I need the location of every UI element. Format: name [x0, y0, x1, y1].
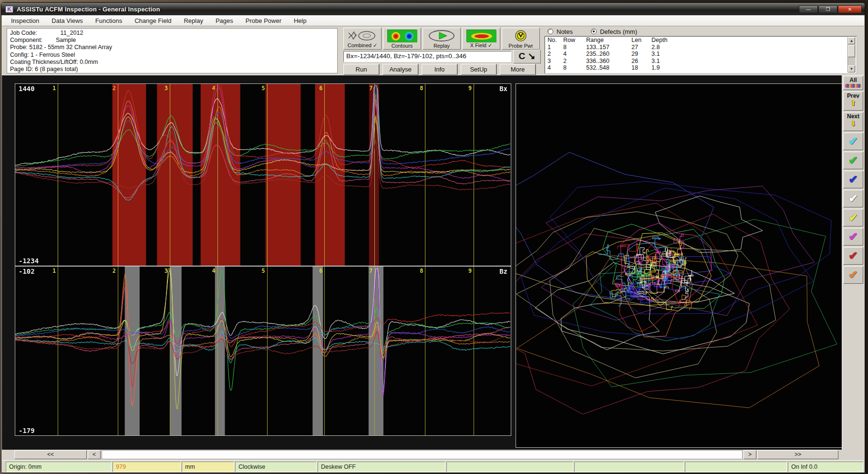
status-cell-clockwise: Clockwise	[235, 462, 317, 472]
all-channels-button[interactable]: All	[843, 76, 863, 90]
butterfly-plot[interactable]	[516, 83, 845, 448]
check-icon: ✔	[848, 135, 858, 147]
prev-button[interactable]: Prev ⬆	[843, 92, 863, 111]
radio-notes[interactable]: Notes	[548, 28, 573, 35]
table-cell: 1	[545, 44, 563, 51]
info-line: Job Code: 11_2012	[10, 30, 334, 37]
channel-toggle-7[interactable]: ✔	[843, 247, 863, 265]
rotate-clockwise-button[interactable]: C ↘	[513, 50, 541, 63]
scroll-far-right-button[interactable]: >>	[757, 450, 838, 459]
table-cell: 3	[545, 58, 563, 65]
status-cell-empty	[574, 462, 684, 472]
replay-icon	[427, 30, 456, 42]
bz-strip-chart[interactable]: -102 -179 Bz	[15, 266, 511, 436]
check-icon: ✔	[848, 249, 858, 262]
channel-toggle-2[interactable]: ✔	[843, 152, 863, 169]
menu-data-views[interactable]: Data Views	[45, 16, 89, 26]
horizontal-scroll-row: << < > >>	[2, 450, 864, 460]
next-button[interactable]: Next ⬇	[843, 112, 863, 131]
tool-label: X Field ✓	[470, 42, 493, 49]
column-header: Depth	[651, 37, 680, 44]
channel-toggle-3[interactable]: ✔	[843, 171, 863, 188]
status-cell-deskew-off: Deskew OFF	[318, 462, 445, 472]
channel-toggle-4[interactable]: ✔	[843, 190, 863, 207]
tool-label: Replay	[434, 43, 450, 49]
more-button[interactable]: More	[500, 64, 536, 75]
minimize-button[interactable]: —	[799, 5, 818, 13]
bz-ymin-label: -179	[19, 427, 35, 434]
maximize-button[interactable]: ❐	[818, 5, 837, 13]
info-button[interactable]: Info	[422, 64, 457, 75]
radio-unselected-icon[interactable]	[548, 29, 553, 34]
check-icon: ✔	[848, 211, 858, 224]
column-header: Row	[563, 37, 586, 44]
replay-mode-button[interactable]: Replay	[423, 28, 461, 50]
toolbar: Combined ✓ContoursReplayX Field ✓Probe P…	[343, 27, 542, 75]
arrow-up-icon: ⬆	[844, 99, 863, 107]
table-cell: 27	[631, 44, 651, 51]
menu-functions[interactable]: Functions	[89, 16, 128, 26]
combined-mode-button[interactable]: Combined ✓	[343, 28, 382, 50]
check-icon: ✔	[848, 192, 858, 205]
menu-replay[interactable]: Replay	[177, 16, 209, 26]
radio-selected-icon[interactable]	[591, 29, 597, 34]
info-line: Component: Sample	[10, 37, 334, 44]
menu-help[interactable]: Help	[288, 16, 313, 26]
bz-ymax-label: -102	[19, 268, 35, 275]
analyse-button[interactable]: Analyse	[382, 64, 418, 75]
title-bar[interactable]: K ASSISTu ACFM Inspection - General Insp…	[1, 3, 865, 15]
check-icon: ✔	[848, 268, 858, 281]
check-icon: ✔	[848, 154, 858, 166]
radio-defects-mm-[interactable]: Defects (mm)	[591, 28, 637, 35]
scroll-left-button[interactable]: <	[88, 450, 101, 459]
xfield-mode-button[interactable]: X Field ✓	[462, 28, 500, 50]
combined-icon	[348, 30, 377, 42]
table-row[interactable]: 32336..360263.1	[545, 58, 856, 65]
table-cell: 3.1	[651, 58, 680, 65]
signal-range-readout: Bx=-1234/1440, Bz=-179/-102, pts=0..346	[343, 51, 511, 62]
channel-toggle-5[interactable]: ✔	[843, 209, 863, 227]
scroll-down-icon[interactable]: ▼	[848, 65, 855, 72]
close-button[interactable]: ✕	[838, 5, 862, 13]
menu-change-field[interactable]: Change Field	[128, 16, 177, 26]
scrollbar-thumb[interactable]	[848, 45, 855, 57]
bx-strip-chart[interactable]: 1440 -1234 Bx	[15, 83, 511, 266]
radio-label: Defects (mm)	[600, 28, 637, 35]
job-info-panel: Job Code: 11_2012Component: SampleProbe:…	[7, 28, 338, 73]
channel-toggle-6[interactable]: ✔	[843, 228, 863, 246]
column-header: No.	[545, 37, 563, 44]
table-row[interactable]: 18133..157272.8	[545, 44, 856, 51]
contours-mode-button[interactable]: Contours	[383, 28, 421, 50]
menu-probe-power[interactable]: Probe Power	[239, 16, 288, 26]
tool-label: Contours	[392, 43, 413, 49]
notes-defects-radio-group: NotesDefects (mm)	[548, 27, 637, 36]
menu-bar: InspectionData ViewsFunctionsChange Fiel…	[2, 15, 864, 26]
run-button[interactable]: Run	[343, 64, 379, 75]
scroll-far-left-button[interactable]: <<	[14, 450, 87, 459]
channel-toggle-8[interactable]: ✔	[843, 266, 863, 284]
table-cell: 29	[631, 51, 651, 58]
bx-ymax-label: 1440	[19, 85, 35, 93]
scroll-up-icon[interactable]: ▲	[848, 37, 855, 44]
info-line: Probe: 5182 - 55mm 32 Channel Array	[10, 44, 334, 51]
menu-inspection[interactable]: Inspection	[5, 16, 45, 26]
toolbar-icon-row: Combined ✓ContoursReplayX Field ✓Probe P…	[343, 28, 540, 50]
table-cell: 133..157	[586, 44, 631, 51]
setup-button[interactable]: SetUp	[461, 64, 496, 75]
scroll-right-button[interactable]: >	[744, 450, 756, 459]
scrollbar-track[interactable]	[102, 450, 743, 459]
table-row[interactable]: 48532..548181.9	[545, 64, 856, 72]
probe-mode-button[interactable]: Probe Pwr	[502, 28, 540, 50]
table-row[interactable]: 24235..260293.1	[545, 51, 856, 58]
table-cell: 18	[631, 64, 651, 72]
menu-pages[interactable]: Pages	[209, 16, 239, 26]
radio-label: Notes	[557, 28, 573, 35]
column-header: Len	[631, 37, 651, 44]
defects-table-scrollbar[interactable]: ▲ ▼	[847, 37, 856, 72]
probe-icon	[506, 30, 536, 42]
channel-toggle-1[interactable]: ✔	[843, 133, 863, 150]
table-cell: 26	[631, 58, 651, 65]
tool-label: Probe Pwr	[508, 43, 533, 49]
defects-table[interactable]: No.RowRangeLenDepth18133..157272.824235.…	[545, 36, 857, 73]
bx-ymin-label: -1234	[19, 257, 39, 265]
